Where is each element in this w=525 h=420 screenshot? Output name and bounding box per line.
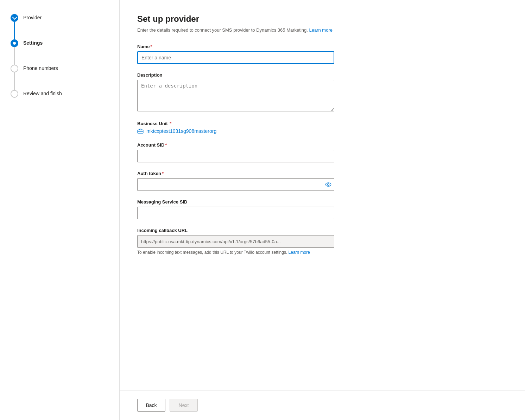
step-label-provider: Provider [23, 14, 42, 20]
description-field-group: Description [137, 72, 507, 112]
messaging-service-sid-field-group: Messaging Service SID [137, 199, 507, 219]
checkmark-icon-provider [12, 15, 17, 20]
page-title: Set up provider [137, 14, 507, 24]
step-connector-provider-settings [14, 22, 15, 39]
messaging-service-sid-label: Messaging Service SID [137, 199, 507, 205]
sidebar: Provider Settings Phone numbers Review a… [0, 0, 120, 420]
eye-icon [325, 182, 331, 187]
svg-point-3 [327, 183, 329, 185]
step-label-settings: Settings [23, 39, 43, 46]
learn-more-link-top[interactable]: Learn more [309, 27, 332, 33]
step-circle-provider [11, 14, 18, 22]
step-item-phone-numbers: Phone numbers [11, 65, 109, 90]
step-item-review-and-finish: Review and finish [11, 90, 109, 98]
auth-token-required-star: * [162, 171, 164, 176]
account-sid-field-group: Account SID* [137, 142, 507, 162]
incoming-callback-url-field-group: Incoming callback URL https://public-usa… [137, 228, 507, 255]
learn-more-link-callback[interactable]: Learn more [289, 250, 310, 255]
step-connector-group-provider [11, 14, 18, 39]
step-connector-group-review [11, 90, 18, 98]
description-label: Description [137, 72, 507, 78]
active-dot-settings [13, 42, 16, 45]
step-label-phone-numbers: Phone numbers [23, 65, 58, 71]
business-unit-required-star: * [169, 121, 172, 126]
auth-token-input[interactable] [137, 178, 334, 191]
step-connector-group-phone [11, 65, 18, 90]
footer-bar: Back Next [120, 390, 525, 420]
callback-helper-text: To enable incoming text messages, add th… [137, 250, 334, 255]
callback-helper-text-body: To enable incoming text messages, add th… [137, 250, 287, 255]
page-subtitle: Enter the details required to connect yo… [137, 27, 507, 33]
briefcase-icon [137, 129, 144, 134]
step-connector-group-settings [11, 39, 18, 65]
auth-token-field-group: Auth token* [137, 171, 507, 191]
step-circle-phone-numbers [11, 65, 18, 72]
toggle-auth-token-visibility-button[interactable] [325, 182, 331, 187]
business-unit-value[interactable]: mktcxptest1031sg908masterorg [137, 128, 507, 134]
name-input[interactable] [137, 51, 334, 64]
business-unit-label: Business Unit * [137, 121, 507, 126]
step-circle-review-and-finish [11, 90, 18, 98]
business-unit-name: mktcxptest1031sg908masterorg [146, 128, 216, 134]
step-connector-phone-review [14, 72, 15, 90]
step-item-settings: Settings [11, 39, 109, 65]
page-subtitle-text: Enter the details required to connect yo… [137, 27, 308, 33]
step-item-provider: Provider [11, 14, 109, 39]
incoming-callback-url-label: Incoming callback URL [137, 228, 507, 233]
messaging-service-sid-input[interactable] [137, 207, 334, 219]
name-field-group: Name* [137, 44, 507, 64]
auth-token-input-wrapper [137, 178, 334, 191]
svg-point-2 [325, 183, 331, 186]
business-unit-field-group: Business Unit * mktcxptest1031sg908maste… [137, 121, 507, 134]
account-sid-input[interactable] [137, 150, 334, 162]
main-content: Set up provider Enter the details requir… [120, 0, 525, 420]
step-circle-settings [11, 39, 18, 47]
back-button[interactable]: Back [137, 399, 165, 412]
auth-token-label: Auth token* [137, 171, 507, 176]
name-label: Name* [137, 44, 507, 49]
account-sid-label: Account SID* [137, 142, 507, 148]
incoming-callback-url-value: https://public-usa.mkt-tip.dynamics.com/… [137, 235, 334, 248]
name-required-star: * [150, 44, 152, 49]
step-label-review-and-finish: Review and finish [23, 90, 62, 96]
form-area: Set up provider Enter the details requir… [120, 0, 525, 390]
description-input[interactable] [137, 80, 334, 111]
next-button[interactable]: Next [170, 399, 198, 412]
account-sid-required-star: * [165, 142, 167, 148]
step-connector-settings-phone [14, 47, 15, 65]
